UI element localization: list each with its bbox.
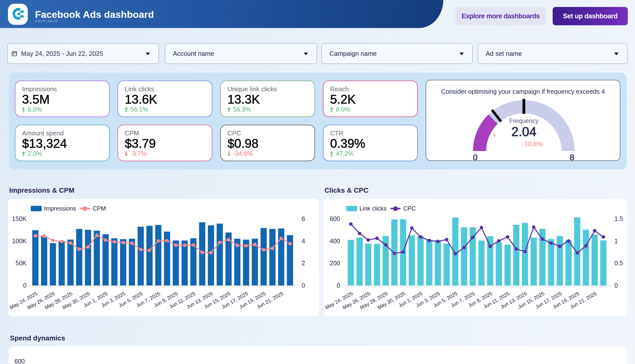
svg-text:400: 400 xyxy=(330,238,340,244)
svg-text:1.5: 1.5 xyxy=(614,215,623,222)
svg-text:50K: 50K xyxy=(16,260,27,266)
svg-text:6: 6 xyxy=(302,215,305,222)
svg-text:2: 2 xyxy=(302,260,305,266)
svg-text:0: 0 xyxy=(337,282,340,289)
svg-text:0: 0 xyxy=(302,282,305,289)
svg-text:100K: 100K xyxy=(12,238,27,244)
svg-text:1: 1 xyxy=(614,238,618,244)
svg-text:0.5: 0.5 xyxy=(614,260,623,266)
svg-text:0: 0 xyxy=(23,282,27,289)
svg-text:0: 0 xyxy=(614,282,618,289)
svg-text:600: 600 xyxy=(330,215,340,222)
svg-text:4: 4 xyxy=(302,238,305,244)
svg-text:150K: 150K xyxy=(12,215,27,222)
svg-text:200: 200 xyxy=(330,260,340,266)
